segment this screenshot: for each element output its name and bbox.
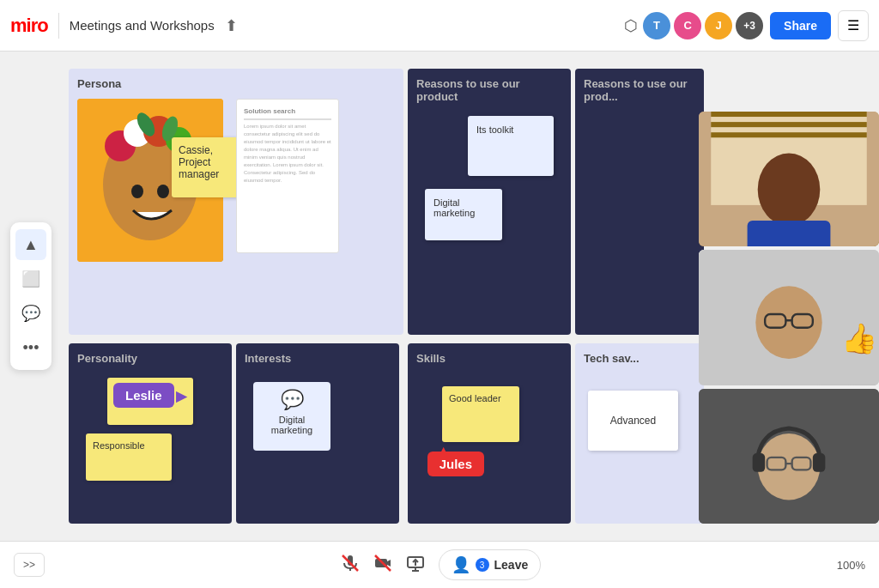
camera-button[interactable] [373,554,392,577]
video-feed-2: 👍 [699,250,879,385]
toolkit-sticky: Digital marketing [425,189,502,240]
leslie-cursor-label: Leslie [113,383,174,408]
skills-title: Skills [416,352,562,365]
svg-point-16 [758,153,821,226]
digital-marketing-card: 💬 Digital marketing [253,382,330,451]
svg-point-10 [157,185,169,198]
jules-cursor-label: Jules [427,452,484,476]
top-bar: miro Meetings and Workshops ⬆ ⬡ T C J +3… [0,0,879,52]
advanced-sticky: Advanced [588,391,678,451]
svg-marker-36 [387,560,391,567]
goodleader-sticky: Good leader [442,386,519,442]
personality-title: Personality [77,352,223,365]
people-count-badge: 3 [476,558,489,572]
separator [58,13,59,39]
more-tool[interactable]: ••• [15,332,46,363]
interests-section: Interests 💬 Digital marketing [236,343,399,524]
sticky-tool[interactable]: ⬜ [15,264,46,294]
people-icon: 👤 [452,555,470,574]
reasons1-title: Reasons to use our product [416,77,562,103]
visual-sticky: Its toolkit [468,116,554,176]
leave-label: Leave [494,558,529,572]
reasons1-section: Reasons to use our product Its toolkit D… [408,69,571,335]
svg-rect-14 [711,122,867,127]
svg-rect-30 [753,453,766,472]
svg-rect-17 [748,221,831,246]
skills-section: Skills Good leader [408,343,571,524]
svg-rect-31 [813,453,826,472]
share-screen-icon [406,554,425,573]
svg-point-9 [131,185,143,198]
video-feed-1 [699,112,879,246]
miro-logo: miro [10,15,48,37]
camera-icon [373,554,392,573]
expand-button[interactable]: >> [14,553,45,577]
personality-section: Personality Hard working Responsible [69,343,232,524]
reasons2-section: Reasons to use our prod... [575,69,704,335]
share-button[interactable]: Share [770,12,831,39]
canvas-area: ▲ ⬜ 💬 ••• Trevor Persona [0,52,879,541]
notes-button[interactable]: ☰ [838,10,869,41]
techsav-section: Tech sav... Advanced [575,343,704,524]
responsible-sticky: Responsible [86,433,172,481]
mic-icon [341,554,360,573]
reasons2-title: Reasons to use our prod... [584,77,695,103]
techsav-title: Tech sav... [584,352,695,365]
bottom-bar: >> 👤 [0,541,879,588]
zoom-level: 100% [837,559,865,572]
board-area: Trevor Persona [69,69,690,524]
svg-rect-15 [711,132,867,137]
svg-rect-13 [711,112,867,117]
left-toolbar: ▲ ⬜ 💬 ••• [10,222,52,370]
share-screen-button[interactable] [406,554,425,577]
board-title: Meetings and Workshops [70,18,215,33]
interests-title: Interests [245,352,391,365]
document-image: Solution search Lorem ipsum dolor sit am… [236,99,339,253]
cursor-icon: ⬡ [624,16,638,35]
avatar-2: C [674,12,701,39]
avatar-1: T [643,12,670,39]
persona-section: Persona [69,69,403,335]
video-panel: 👍 [699,112,879,524]
persona-title: Persona [77,77,395,90]
upload-button[interactable]: ⬆ [225,16,238,35]
microphone-button[interactable] [341,554,360,577]
svg-text:👍: 👍 [841,321,878,356]
comment-tool[interactable]: 💬 [15,298,46,329]
bottom-center-controls: 👤 3 Leave [341,549,542,580]
cursor-tool[interactable]: ▲ [15,229,46,260]
leave-button[interactable]: 👤 3 Leave [439,549,542,580]
video-feed-3 [699,389,879,524]
avatar-3: J [705,12,732,39]
extra-users-badge: +3 [736,12,763,39]
